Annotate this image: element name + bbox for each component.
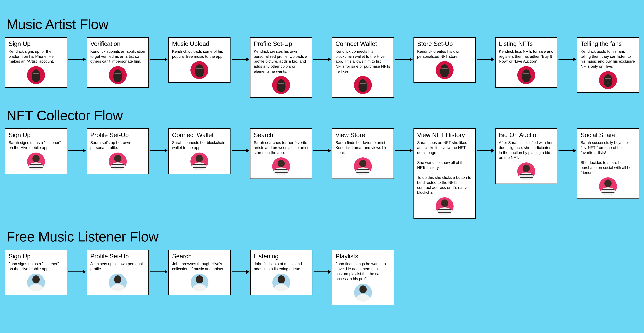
flow-row: Sign UpSarah signs up as a "Listener" on… (5, 128, 639, 219)
card-body: Kendrick signs up for the platform on hi… (8, 49, 64, 64)
flow-card: Profile Set-UpSarah set's up her own per… (86, 128, 149, 174)
flow-card: Telling the fansKendrick posts to his fa… (577, 37, 639, 93)
avatar (27, 66, 45, 84)
arrow-icon (149, 250, 168, 274)
flow-card: PlaylistsJohn finds songs he wants to sa… (332, 250, 394, 305)
avatar (190, 61, 208, 79)
svg-marker-23 (410, 149, 413, 153)
flow-card: Connect WalletSarah connects her blockch… (168, 128, 230, 174)
card-title: View Store (336, 132, 390, 139)
card-body: Kendrick lists NFTs for sale and registe… (499, 49, 554, 64)
flow-cell: ListeningJohn finds lots of music and ad… (250, 250, 312, 295)
avatar (436, 197, 454, 215)
svg-marker-7 (328, 58, 331, 61)
svg-marker-15 (83, 149, 86, 153)
svg-marker-5 (246, 58, 249, 61)
flow-cell: Bid On AuctionAfter Sarah is satisfied w… (495, 128, 558, 184)
avatar (354, 157, 372, 175)
arrow-icon (394, 37, 414, 62)
arrow-icon (149, 128, 168, 153)
flow-card: Profile Set-UpKendrick creates his own p… (250, 37, 312, 98)
card-body: Kendrick uploads some of his popular fre… (172, 49, 227, 59)
card-body: Sarah sees an NFT she likes and clicks i… (417, 140, 472, 195)
svg-marker-1 (83, 58, 86, 61)
flow-cell: Social ShareSarah successfully buys her … (577, 128, 639, 199)
card-title: Music Upload (172, 41, 227, 47)
flow-title: Music Artist Flow (6, 16, 639, 32)
flow-card: Connect WalletKendrick connects his bloc… (332, 37, 394, 98)
flow-card: Music UploadKendrick uploads some of his… (168, 37, 230, 83)
flow-card: Social ShareSarah successfully buys her … (577, 128, 639, 199)
arrow-icon (312, 250, 332, 274)
svg-marker-3 (165, 58, 168, 61)
flow-card: SearchSarah searches for her favorite ar… (250, 128, 312, 179)
avatar (27, 274, 45, 291)
arrow-icon (476, 37, 495, 62)
avatar (109, 66, 127, 84)
card-body: John sets up his own personal profile. (90, 261, 145, 271)
avatar (109, 274, 127, 291)
arrow-icon (67, 37, 86, 62)
card-body: John finds lots of music and adds it to … (254, 261, 309, 271)
flow-card: ListeningJohn finds lots of music and ad… (250, 250, 312, 295)
flow-cell: Music UploadKendrick uploads some of his… (168, 37, 230, 83)
card-body: Kendrick submits an application to get v… (90, 49, 145, 64)
card-title: Search (172, 253, 227, 260)
arrow-icon (230, 37, 250, 62)
flow-card: Bid On AuctionAfter Sarah is satisfied w… (495, 128, 558, 184)
avatar (272, 274, 290, 291)
arrow-icon (558, 128, 577, 153)
flow-card: SearchJohn browses through Hive's collec… (168, 250, 231, 295)
flow-card: Store Set-UpKendrick creates his own per… (414, 37, 476, 83)
card-body: Kendrick connects his blockchain wallet … (336, 49, 390, 74)
card-title: Store Set-Up (417, 41, 472, 47)
flow-card: Sign UpJohn signs up as a "Listener" on … (5, 250, 67, 295)
flow-card: View NFT HistorySarah sees an NFT she li… (414, 128, 476, 219)
svg-marker-19 (246, 149, 249, 153)
svg-marker-11 (491, 58, 494, 61)
svg-marker-31 (165, 270, 168, 274)
card-title: Profile Set-Up (90, 132, 145, 139)
avatar (27, 153, 45, 170)
avatar (599, 177, 617, 195)
card-title: Profile Set-Up (254, 41, 308, 47)
flow-card: Profile Set-UpJohn sets up his own perso… (86, 250, 149, 295)
card-body: John signs up as a "Listener" on the Hiv… (8, 261, 64, 271)
arrow-icon (67, 250, 86, 274)
card-title: Profile Set-Up (90, 253, 145, 260)
arrow-icon (230, 128, 250, 153)
avatar (109, 153, 127, 170)
card-title: Listing NFTs (499, 41, 554, 47)
svg-marker-27 (573, 149, 576, 153)
avatar (354, 76, 372, 94)
card-body: Kendrick creates his own personalized pr… (254, 49, 308, 74)
card-body: Sarah searches for her favorite artists … (254, 140, 308, 155)
flow-row: Sign UpKendrick signs up for the platfor… (5, 37, 639, 98)
card-title: Connect Wallet (172, 132, 227, 139)
flow-card: View StoreSarah finds her favorite artis… (332, 128, 394, 179)
flow-title: Free Music Listener Flow (6, 229, 639, 245)
svg-marker-33 (246, 270, 249, 274)
card-title: Playlists (336, 253, 390, 260)
card-title: Sign Up (8, 132, 64, 139)
flow-cell: Store Set-UpKendrick creates his own per… (414, 37, 476, 83)
flow-cell: VerificationKendrick submits an applicat… (86, 37, 149, 88)
flow-cell: View StoreSarah finds her favorite artis… (332, 128, 394, 179)
flow-card: Sign UpKendrick signs up for the platfor… (5, 37, 67, 88)
flow-cell: Sign UpKendrick signs up for the platfor… (5, 37, 67, 88)
avatar (190, 153, 208, 170)
svg-marker-25 (491, 149, 494, 153)
flow-cell: Telling the fansKendrick posts to his fa… (577, 37, 639, 93)
card-body: Sarah finds her favorite artist Kendrick… (336, 140, 390, 155)
flow-cell: SearchJohn browses through Hive's collec… (168, 250, 231, 295)
avatar (436, 61, 454, 79)
card-title: Telling the fans (580, 41, 636, 47)
arrow-icon (476, 128, 495, 153)
card-body: John browses through Hive's collection o… (172, 261, 227, 271)
card-title: Verification (90, 41, 145, 47)
card-body: Sarah signs up as a "Listener" on the Hi… (8, 140, 64, 150)
card-title: Connect Wallet (336, 41, 390, 47)
diagram-root: Music Artist FlowSign UpKendrick signs u… (5, 16, 639, 305)
arrow-icon (312, 37, 332, 62)
avatar (354, 284, 372, 301)
